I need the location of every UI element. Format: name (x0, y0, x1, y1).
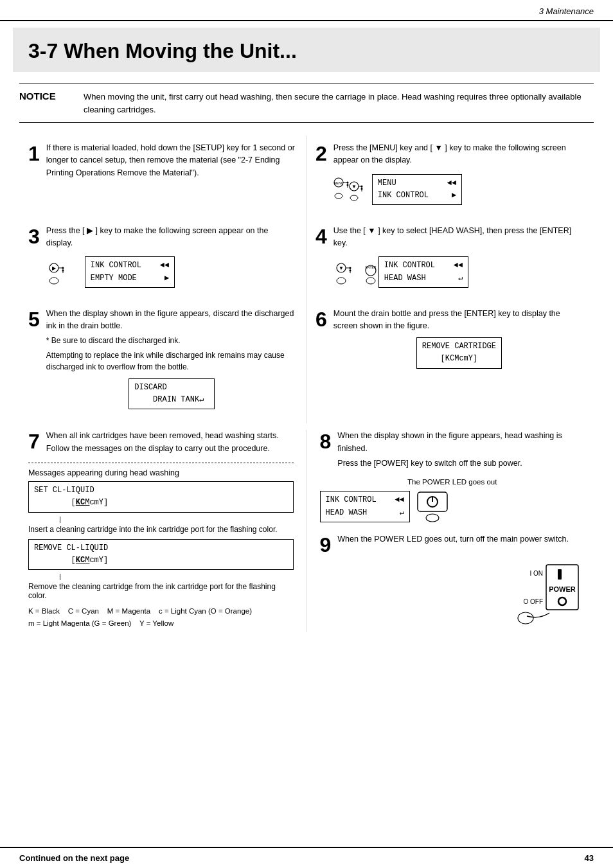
step-1-text: If there is material loaded, hold down t… (46, 142, 297, 179)
step-5-note2: Attempting to replace the ink while disc… (46, 350, 297, 373)
step-6-block: 6 Mount the drain bottle and press the [… (306, 301, 594, 424)
color-key-line2: m = Light Magenta (G = Green) Y = Yellow (28, 617, 294, 630)
step-4-block: 4 Use the [ ▼ ] key to select [HEAD WASH… (306, 218, 594, 301)
svg-point-30 (366, 278, 375, 284)
step-3-content: Press the [ ▶ ] key to make the followin… (46, 225, 297, 292)
page: 3 Maintenance 3-7 When Moving the Unit..… (0, 0, 613, 868)
step-8-number: 8 (320, 431, 332, 472)
step-5-diagram: DISCARD DRAIN TANK↵ (46, 378, 297, 409)
svg-text:ENTER: ENTER (365, 265, 376, 269)
step-8-text: When the display shown in the figure app… (337, 430, 585, 455)
printer-icon-3: ▶ (46, 256, 85, 288)
step-7-text: When all ink cartridges have been remove… (46, 430, 294, 455)
step-5-block: 5 When the display shown in the figure a… (19, 301, 306, 424)
color-key-line1: K = Black C = Cyan M = Magenta c = Light… (28, 605, 294, 618)
step-3-number: 3 (28, 226, 40, 247)
page-footer: Continued on the next page 43 (0, 847, 613, 868)
step-7-block: 7 When all ink cartridges have been remo… (19, 423, 594, 641)
step-4-text: Use the [ ▼ ] key to select [HEAD WASH],… (333, 225, 585, 250)
footer-page-number: 43 (585, 853, 594, 863)
step-7-screen1: SET CL-LIQUID [KCMcmY] (28, 481, 294, 512)
step-2-text: Press the [MENU] key and [ ▼ ] key to ma… (333, 142, 585, 167)
step-8-text2: Press the [POWER] key to switch off the … (337, 457, 585, 470)
step-2-diagram: MENU ▼ (333, 173, 585, 206)
notice-label: NOTICE (19, 91, 84, 116)
svg-point-34 (426, 514, 439, 522)
notice-box: NOTICE When moving the unit, first carry… (19, 84, 594, 123)
svg-point-41 (518, 612, 533, 624)
footer-continued: Continued on the next page (19, 853, 129, 863)
printer-icon-4: ▼ ENTER (333, 256, 378, 288)
step-6-content: Mount the drain bottle and press the [EN… (333, 308, 585, 374)
step-7-inner: 7 When all ink cartridges have been remo… (28, 430, 585, 632)
messages-label: Messages appearing during head washing (28, 468, 294, 477)
step-5-number: 5 (28, 309, 40, 330)
svg-text:MENU: MENU (333, 181, 343, 185)
step-3-text: Press the [ ▶ ] key to make the followin… (46, 225, 297, 250)
svg-point-27 (337, 278, 346, 284)
step-8-screen: INK CONTROL ◄◄ HEAD WASH ↵ (320, 491, 410, 522)
step-7-number: 7 (28, 431, 40, 457)
step-7-screen1-note: Insert a cleaning cartridge into the ink… (28, 525, 294, 534)
step-5-text: When the display shown in the figure app… (46, 308, 297, 333)
svg-text:▶: ▶ (52, 265, 57, 271)
step-2-screen: MENU ◄◄ INK CONTROL ▶ (372, 174, 462, 205)
color-key: K = Black C = Cyan M = Magenta c = Light… (28, 605, 294, 630)
step-4-content: Use the [ ▼ ] key to select [HEAD WASH],… (333, 225, 585, 292)
step-7-arrow: | (28, 515, 294, 523)
svg-point-13 (350, 195, 358, 200)
step-8-diagram: INK CONTROL ◄◄ HEAD WASH ↵ (320, 491, 585, 523)
notice-text: When moving the unit, first carry out he… (84, 91, 594, 116)
step-7-arrow2: | (59, 572, 294, 580)
svg-point-38 (558, 598, 566, 605)
svg-text:▼: ▼ (351, 184, 357, 190)
svg-text:POWER: POWER (549, 585, 576, 593)
steps-grid: 1 If there is material loaded, hold down… (19, 136, 594, 641)
step-8-header: 8 When the display shown in the figure a… (320, 430, 585, 472)
step-5-note1: * Be sure to discard the discharged ink. (46, 335, 297, 347)
step-2-content: Press the [MENU] key and [ ▼ ] key to ma… (333, 142, 585, 209)
step-9-header: 9 When the POWER LED goes out, turn off … (320, 533, 585, 555)
step-7-divider (28, 463, 294, 463)
step-4-diagram: ▼ ENTER INK CONTROL ◄◄ HEAD WASH (333, 256, 585, 288)
power-button-icon (416, 491, 449, 523)
svg-text:I  ON: I ON (529, 570, 543, 577)
step-8-block: 8 When the display shown in the figure a… (307, 430, 585, 632)
step-6-number: 6 (315, 309, 327, 330)
step-7-screen2: REMOVE CL-LIQUID [KCMcmY] (28, 539, 294, 570)
step-8-content: When the display shown in the figure app… (337, 430, 585, 472)
header-section: 3 Maintenance (539, 6, 594, 16)
svg-text:O  OFF: O OFF (523, 598, 543, 605)
step-9-number: 9 (320, 535, 332, 555)
printer-icon-2: MENU ▼ (333, 173, 372, 206)
step-9-content: When the POWER LED goes out, turn off th… (337, 533, 585, 555)
step-4-screen: INK CONTROL ◄◄ HEAD WASH ↵ (378, 256, 468, 287)
svg-point-12 (335, 193, 342, 199)
step-1-content: If there is material loaded, hold down t… (46, 142, 297, 182)
step-1-block: 1 If there is material loaded, hold down… (19, 136, 306, 218)
step-3-screen: INK CONTROL ◄◄ EMPTY MODE ▶ (85, 256, 175, 287)
step-1-number: 1 (28, 143, 40, 164)
svg-rect-36 (558, 569, 562, 580)
step-3-diagram: ▶ INK CONTROL ◄◄ EMPTY MODE ▶ (46, 256, 297, 288)
step-3-block: 3 Press the [ ▶ ] key to make the follow… (19, 218, 306, 301)
step-6-screen: REMOVE CARTRIDGE [KCMcmY] (416, 337, 502, 368)
page-header: 3 Maintenance (0, 0, 613, 21)
step-7-text-content: When all ink cartridges have been remove… (46, 430, 294, 457)
step-6-text: Mount the drain bottle and press the [EN… (333, 308, 585, 333)
power-switch-icon: POWER I ON O OFF (508, 562, 585, 632)
svg-point-20 (49, 278, 58, 284)
title-section: 3-7 When Moving the Unit... (13, 28, 600, 72)
svg-text:▼: ▼ (339, 265, 344, 271)
step-9-switch-area: POWER I ON O OFF (320, 562, 585, 632)
step-9-block: 9 When the POWER LED goes out, turn off … (320, 533, 585, 632)
step-5-content: When the display shown in the figure app… (46, 308, 297, 415)
step-2-block: 2 Press the [MENU] key and [ ▼ ] key to … (306, 136, 594, 218)
step-6-diagram: REMOVE CARTRIDGE [KCMcmY] (333, 337, 585, 368)
step-7-header: 7 When all ink cartridges have been remo… (28, 430, 294, 457)
step-5-screen: DISCARD DRAIN TANK↵ (129, 378, 214, 409)
content-area: NOTICE When moving the unit, first carry… (0, 84, 613, 641)
step-7-left: 7 When all ink cartridges have been remo… (28, 430, 307, 632)
step-4-number: 4 (315, 226, 327, 247)
power-led-out: The POWER LED goes out (320, 478, 585, 486)
